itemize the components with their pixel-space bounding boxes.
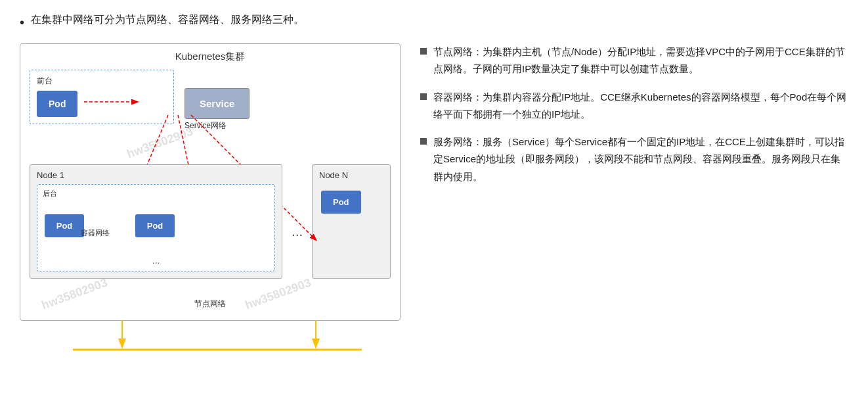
top-row: 前台 Pod Service Service网络 (30, 70, 391, 131)
node1-pods-row: Pod Pod 容器网络 Pod Pod (43, 201, 269, 251)
bullet-square-3 (420, 138, 427, 145)
bullet-square-2 (420, 93, 427, 100)
nodes-row: Node 1 后台 Pod Pod 容器网络 Pod Pod (30, 164, 391, 279)
node-network-area: 节点网络 (30, 298, 391, 310)
right-item-2: 容器网络：为集群内容器分配IP地址。CCE继承Kubernetes的容器网络模型… (420, 89, 848, 124)
nodeN-box: Node N Pod Pod (312, 164, 391, 279)
right-item-2-text: 容器网络：为集群内容器分配IP地址。CCE继承Kubernetes的容器网络模型… (433, 89, 848, 124)
nodeN-pod: Pod (321, 191, 361, 214)
diagram-area: Kubernetes集群 前台 Pod Service Service网络 hw… (20, 43, 401, 321)
pod-box-front: Pod (37, 91, 77, 117)
right-item-3-text: 服务网络：服务（Service）每个Service都有一个固定的IP地址，在CC… (433, 133, 848, 185)
nodes-separator: ... (292, 164, 303, 279)
front-row: Pod (37, 91, 167, 117)
bullet-square-1 (420, 48, 427, 55)
front-label: 前台 (37, 76, 167, 87)
right-item-3: 服务网络：服务（Service）每个Service都有一个固定的IP地址，在CC… (420, 133, 848, 185)
main-content: Kubernetes集群 前台 Pod Service Service网络 hw… (20, 43, 848, 321)
node1-box: Node 1 后台 Pod Pod 容器网络 Pod Pod (30, 164, 282, 279)
service-network-label: Service网络 (184, 120, 227, 131)
container-net-label: 容器网络 (81, 228, 110, 238)
node1-pod1: Pod (45, 214, 84, 237)
node-network-label: 节点网络 (30, 298, 391, 310)
top-bullet-row: • 在集群中网络可分为节点网络、容器网络、服务网络三种。 (20, 13, 848, 32)
service-box: Service (184, 88, 250, 119)
node1-pod2: Pod (135, 214, 175, 237)
node1-title: Node 1 (37, 170, 275, 180)
right-item-1: 节点网络：为集群内主机（节点/Node）分配IP地址，需要选择VPC中的子网用于… (420, 43, 848, 78)
top-bullet-text: 在集群中网络可分为节点网络、容器网络、服务网络三种。 (31, 13, 304, 27)
nodeN-title: Node N (319, 170, 348, 180)
node1-back-label: 后台 (43, 189, 269, 198)
front-section: 前台 Pod (30, 70, 174, 124)
bullet-icon: • (20, 13, 24, 32)
right-item-1-text: 节点网络：为集群内主机（节点/Node）分配IP地址，需要选择VPC中的子网用于… (433, 43, 848, 78)
node1-inner: 后台 Pod Pod 容器网络 Pod Pod (37, 184, 275, 271)
right-text-area: 节点网络：为集群内主机（节点/Node）分配IP地址，需要选择VPC中的子网用于… (420, 43, 848, 196)
node1-dots: ... (43, 255, 269, 266)
k8s-cluster-box: Kubernetes集群 前台 Pod Service Service网络 hw… (20, 43, 401, 321)
cluster-title: Kubernetes集群 (30, 51, 391, 63)
